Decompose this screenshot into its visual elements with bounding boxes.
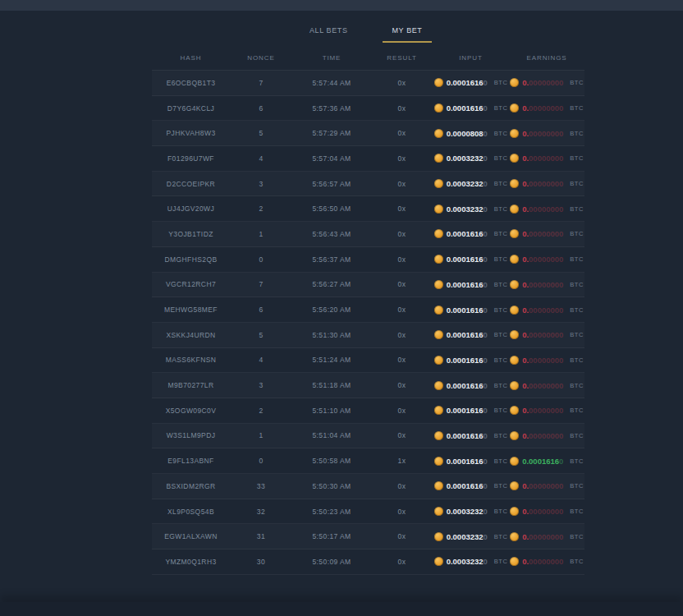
bet-earnings-amount-trailing: 00000000 bbox=[529, 431, 563, 440]
bet-time: 5:57:44 AM bbox=[292, 79, 371, 87]
bet-result: 0x bbox=[371, 331, 433, 339]
bet-input: 0.00016160 BTC bbox=[433, 330, 509, 339]
bet-input-amount-main: 0.0003232 bbox=[447, 154, 484, 163]
bet-input-amount-trailing: 0 bbox=[484, 330, 488, 339]
bitcoin-coin-icon bbox=[510, 154, 519, 163]
bet-input-amount: 0.00016160 bbox=[447, 431, 488, 440]
bet-earnings-amount: 0.00000000 bbox=[522, 330, 563, 339]
table-row: M9B70277LR 3 5:51:18 AM 0x 0.00016160 BT… bbox=[152, 373, 584, 398]
bet-input-amount-trailing: 0 bbox=[484, 381, 488, 390]
bet-hash: E9FL13ABNF bbox=[152, 457, 230, 465]
tab-all-bets[interactable]: ALL BETS bbox=[300, 24, 358, 43]
bet-input-amount-main: 0.0000808 bbox=[447, 129, 484, 138]
bet-earnings: 0.00000000 BTC bbox=[509, 255, 584, 264]
bet-earnings-amount: 0.00000000 bbox=[522, 229, 563, 238]
column-header-input: INPUT bbox=[433, 54, 509, 62]
bet-result: 0x bbox=[371, 381, 433, 389]
bet-input: 0.00008080 BTC bbox=[433, 129, 509, 138]
bet-earnings-amount: 0.00000000 bbox=[522, 179, 563, 188]
currency-label: BTC bbox=[494, 331, 508, 338]
bet-earnings: 0.00000000 BTC bbox=[509, 431, 584, 440]
bitcoin-coin-icon bbox=[510, 481, 519, 490]
table-row: BSXIDM2RGR 33 5:50:30 AM 0x 0.00016160 B… bbox=[152, 474, 584, 499]
bitcoin-coin-icon bbox=[510, 103, 519, 113]
bitcoin-coin-icon bbox=[434, 255, 443, 264]
bet-earnings-amount-trailing: 00000000 bbox=[529, 78, 563, 87]
bet-nonce: 4 bbox=[230, 356, 292, 364]
bet-result: 0x bbox=[371, 129, 433, 137]
bet-nonce: 5 bbox=[230, 331, 292, 339]
bet-time: 5:57:36 AM bbox=[292, 104, 371, 113]
bet-input: 0.00016160 BTC bbox=[433, 381, 509, 390]
bitcoin-coin-icon bbox=[434, 129, 443, 138]
bet-earnings-amount-trailing: 00000000 bbox=[529, 507, 563, 516]
currency-label: BTC bbox=[494, 533, 508, 540]
bitcoin-coin-icon bbox=[510, 229, 519, 238]
bitcoin-coin-icon bbox=[510, 431, 519, 440]
bet-nonce: 7 bbox=[230, 280, 292, 288]
bet-input-amount: 0.00016160 bbox=[447, 229, 488, 238]
column-header-earnings: EARNINGS bbox=[509, 54, 584, 62]
bet-earnings: 0.00000000 BTC bbox=[509, 532, 584, 541]
bet-input-amount-main: 0.0001616 bbox=[447, 431, 484, 440]
bet-nonce: 2 bbox=[230, 407, 292, 415]
bet-hash: DMGHFHS2QB bbox=[152, 255, 230, 264]
bet-result: 0x bbox=[371, 431, 433, 439]
currency-label: BTC bbox=[570, 356, 584, 364]
currency-label: BTC bbox=[494, 558, 508, 565]
bitcoin-coin-icon bbox=[434, 205, 443, 214]
bet-input-amount-trailing: 0 bbox=[484, 406, 488, 415]
bet-input: 0.00016160 BTC bbox=[433, 306, 509, 315]
table-row: D7Y6G4KCLJ 6 5:57:36 AM 0x 0.00016160 BT… bbox=[152, 96, 584, 122]
bet-input-amount-trailing: 0 bbox=[484, 507, 488, 516]
bet-time: 5:56:57 AM bbox=[292, 180, 371, 188]
bet-input: 0.00032320 BTC bbox=[433, 179, 509, 188]
bet-input: 0.00016160 BTC bbox=[433, 255, 509, 264]
bet-input-amount-trailing: 0 bbox=[484, 229, 488, 238]
bet-earnings: 0.00000000 BTC bbox=[509, 78, 584, 87]
bet-input-amount-trailing: 0 bbox=[484, 431, 488, 440]
table-row: UJ4JGV20WJ 2 5:56:50 AM 0x 0.00032320 BT… bbox=[152, 196, 584, 222]
bet-input-amount: 0.00008080 bbox=[447, 129, 488, 138]
bet-input-amount-main: 0.0001616 bbox=[447, 356, 484, 365]
bet-nonce: 1 bbox=[230, 230, 292, 238]
bitcoin-coin-icon bbox=[434, 306, 443, 315]
bet-earnings: 0.00000000 BTC bbox=[509, 330, 584, 339]
bet-input-amount: 0.00016160 bbox=[447, 78, 488, 87]
bitcoin-coin-icon bbox=[434, 330, 443, 339]
bet-earnings-amount-main: 0. bbox=[522, 205, 529, 214]
column-header-result: RESULT bbox=[371, 54, 433, 62]
table-row: D2CCOEIPKR 3 5:56:57 AM 0x 0.00032320 BT… bbox=[152, 172, 584, 197]
currency-label: BTC bbox=[494, 255, 508, 263]
bet-input: 0.00016160 BTC bbox=[433, 431, 509, 440]
table-row: W3S1LM9PDJ 1 5:51:04 AM 0x 0.00016160 BT… bbox=[152, 424, 584, 449]
bet-earnings-amount-trailing: 00000000 bbox=[529, 356, 563, 365]
bet-hash: X5OGW09C0V bbox=[152, 407, 230, 415]
bitcoin-coin-icon bbox=[510, 381, 519, 390]
table-row: E6OCBQB1T3 7 5:57:44 AM 0x 0.00016160 BT… bbox=[152, 71, 584, 96]
bet-hash: UJ4JGV20WJ bbox=[152, 205, 230, 213]
bet-earnings-amount: 0.00000000 bbox=[522, 103, 563, 113]
bitcoin-coin-icon bbox=[510, 507, 519, 516]
tab-my-bet[interactable]: MY BET bbox=[383, 24, 433, 43]
table-row: X5OGW09C0V 2 5:51:10 AM 0x 0.00016160 BT… bbox=[152, 398, 584, 424]
bet-time: 5:51:10 AM bbox=[292, 407, 371, 415]
bet-earnings-amount: 0.00000000 bbox=[522, 129, 563, 138]
bet-result: 1x bbox=[371, 457, 433, 465]
bet-hash: W3S1LM9PDJ bbox=[152, 431, 230, 439]
bet-nonce: 6 bbox=[230, 104, 292, 113]
bet-input-amount-trailing: 0 bbox=[484, 557, 488, 566]
currency-label: BTC bbox=[570, 180, 584, 187]
currency-label: BTC bbox=[570, 130, 584, 137]
bet-earnings-amount-trailing: 00000000 bbox=[529, 381, 563, 390]
currency-label: BTC bbox=[494, 180, 508, 187]
bitcoin-coin-icon bbox=[510, 330, 519, 339]
currency-label: BTC bbox=[570, 457, 584, 465]
bet-earnings: 0.00000000 BTC bbox=[509, 179, 584, 188]
bet-result: 0x bbox=[371, 532, 433, 540]
bitcoin-coin-icon bbox=[434, 507, 443, 516]
bet-hash: Y3OJB1TIDZ bbox=[152, 230, 230, 238]
bet-earnings-amount-trailing: 00000000 bbox=[529, 481, 563, 490]
bet-result: 0x bbox=[371, 154, 433, 163]
bet-time: 5:50:58 AM bbox=[292, 457, 371, 465]
